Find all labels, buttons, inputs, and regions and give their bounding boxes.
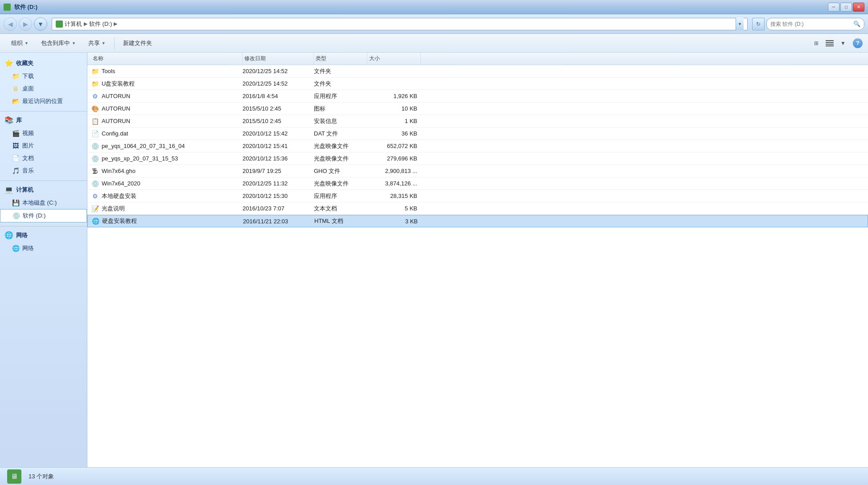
sidebar-item-music[interactable]: 🎵 音乐 [0, 164, 87, 177]
organize-button[interactable]: 组织 ▼ [5, 36, 34, 50]
file-icon: ⚙ [91, 192, 99, 200]
status-count: 13 个对象 [29, 473, 54, 481]
search-icon: 🔍 [853, 21, 860, 27]
table-row[interactable]: 💿 Win7x64_2020 2020/12/25 11:32 光盘映像文件 3… [87, 177, 868, 190]
maximize-button[interactable]: □ [840, 3, 852, 12]
file-name: AUTORUN [102, 105, 130, 112]
sidebar-item-ddrive[interactable]: 💿 软件 (D:) [0, 209, 87, 222]
sidebar-item-documents[interactable]: 📄 文档 [0, 152, 87, 164]
file-type: 光盘映像文件 [314, 142, 367, 150]
file-size: 2,900,813 ... [367, 168, 421, 174]
table-row[interactable]: 💿 pe_yqs_xp_20_07_31_15_53 2020/10/12 15… [87, 152, 868, 165]
desktop-icon: 🖥 [12, 85, 20, 93]
network-item-icon: 🌐 [12, 244, 20, 252]
file-type: 图标 [314, 105, 367, 113]
col-header-name[interactable]: 名称 [91, 53, 243, 65]
column-header: 名称 修改日期 类型 大小 [87, 53, 868, 65]
sidebar-item-network[interactable]: 🌐 网络 [0, 242, 87, 255]
file-icon: 🎨 [91, 105, 99, 113]
table-row[interactable]: ⚙ AUTORUN 2016/1/8 4:54 应用程序 1,926 KB [87, 90, 868, 103]
file-date: 2015/5/10 2:45 [243, 118, 314, 124]
table-row[interactable]: 🎨 AUTORUN 2015/5/10 2:45 图标 10 KB [87, 103, 868, 115]
file-type: 安装信息 [314, 117, 367, 125]
sidebar-sep2 [0, 181, 87, 181]
sidebar-header-computer: 💻 计算机 [0, 183, 87, 197]
file-type: 应用程序 [314, 92, 367, 100]
file-date: 2016/1/8 4:54 [243, 93, 314, 99]
share-dropdown-icon: ▼ [102, 41, 106, 45]
table-row[interactable]: 🌐 硬盘安装教程 2016/11/21 22:03 HTML 文档 3 KB [87, 215, 868, 227]
table-row[interactable]: 📝 光盘说明 2016/10/23 7:07 文本文档 5 KB [87, 202, 868, 215]
view-list-button[interactable] [823, 37, 836, 49]
search-input[interactable] [770, 21, 852, 27]
help-button[interactable]: ? [853, 38, 863, 48]
downloads-icon: 📁 [12, 72, 20, 80]
file-name: U盘安装教程 [102, 80, 135, 88]
minimize-button[interactable]: ─ [828, 3, 839, 12]
view-icon-button[interactable]: ⊞ [810, 37, 823, 49]
share-button[interactable]: 共享 ▼ [82, 36, 111, 50]
table-row[interactable]: 📁 Tools 2020/12/25 14:52 文件夹 [87, 65, 868, 78]
forward-button[interactable]: ▶ [19, 17, 32, 31]
file-date: 2020/10/12 15:30 [243, 193, 314, 199]
back-button[interactable]: ◀ [4, 17, 17, 31]
address-drive: 软件 (D:) [89, 20, 112, 28]
table-row[interactable]: ⚙ 本地硬盘安装 2020/10/12 15:30 应用程序 28,315 KB [87, 190, 868, 202]
address-bar-icon [56, 21, 63, 28]
app-icon [4, 4, 11, 11]
file-size: 28,315 KB [367, 193, 421, 199]
file-name: 本地硬盘安装 [102, 192, 136, 200]
dropdown-nav-button[interactable]: ▼ [34, 17, 47, 31]
table-row[interactable]: 💿 pe_yqs_1064_20_07_31_16_04 2020/10/12 … [87, 140, 868, 152]
table-row[interactable]: 📁 U盘安装教程 2020/12/25 14:52 文件夹 [87, 78, 868, 90]
table-row[interactable]: 📄 Config.dat 2020/10/12 15:42 DAT 文件 36 … [87, 127, 868, 140]
recent-icon: 📂 [12, 97, 20, 105]
toolbar-separator [114, 37, 115, 49]
address-sep1: ▶ [84, 21, 87, 27]
music-icon: 🎵 [12, 167, 20, 175]
close-button[interactable]: ✕ [853, 3, 864, 12]
navbar: ◀ ▶ ▼ 计算机 ▶ 软件 (D:) ▶ ▼ ↻ 🔍 [0, 14, 868, 34]
file-name: 硬盘安装教程 [102, 217, 137, 225]
file-size: 5 KB [367, 205, 421, 212]
col-header-size[interactable]: 大小 [367, 53, 421, 65]
file-size: 279,696 KB [367, 155, 421, 162]
sidebar-sep3 [0, 226, 87, 226]
file-icon: 💿 [91, 142, 99, 150]
sidebar-item-video[interactable]: 🎬 视频 [0, 127, 87, 140]
file-name: pe_yqs_1064_20_07_31_16_04 [102, 143, 185, 149]
sidebar-item-desktop[interactable]: 🖥 桌面 [0, 82, 87, 95]
file-list: 📁 Tools 2020/12/25 14:52 文件夹 📁 U盘安装教程 20… [87, 65, 868, 467]
sidebar-section-library: 📚 库 🎬 视频 🖼 图片 📄 文档 🎵 音乐 [0, 113, 87, 177]
sidebar-item-cdrive[interactable]: 💾 本地磁盘 (C:) [0, 197, 87, 209]
search-bar[interactable]: 🔍 [766, 18, 864, 30]
status-app-icon: 🖥 [7, 469, 21, 484]
sidebar-item-recent[interactable]: 📂 最近访问的位置 [0, 95, 87, 107]
file-icon: 📁 [91, 80, 99, 88]
file-type: 应用程序 [314, 192, 367, 200]
file-icon: 📄 [91, 130, 99, 138]
file-size: 3,874,126 ... [367, 180, 421, 187]
file-icon: 📋 [91, 117, 99, 125]
table-row[interactable]: 🗜 Win7x64.gho 2019/9/7 19:25 GHO 文件 2,90… [87, 165, 868, 177]
table-row[interactable]: 📋 AUTORUN 2015/5/10 2:45 安装信息 1 KB [87, 115, 868, 127]
svg-rect-3 [826, 45, 834, 46]
newfolder-button[interactable]: 新建文件夹 [117, 36, 158, 50]
view-dropdown-button[interactable]: ▼ [837, 37, 849, 49]
address-sep2: ▶ [114, 21, 117, 27]
file-icon: 🌐 [91, 217, 99, 225]
address-bar[interactable]: 计算机 ▶ 软件 (D:) ▶ ▼ [52, 18, 748, 30]
sidebar-item-pictures[interactable]: 🖼 图片 [0, 140, 87, 152]
file-type: HTML 文档 [314, 217, 368, 225]
sidebar-item-downloads[interactable]: 📁 下载 [0, 70, 87, 82]
library-button[interactable]: 包含到库中 ▼ [35, 36, 82, 50]
toolbar: 组织 ▼ 包含到库中 ▼ 共享 ▼ 新建文件夹 ⊞ ▼ ? [0, 34, 868, 53]
file-date: 2020/12/25 14:52 [243, 80, 314, 87]
library-icon: 📚 [4, 116, 13, 124]
col-header-type[interactable]: 类型 [314, 53, 367, 65]
titlebar-title: 软件 (D:) [14, 3, 37, 11]
sidebar-header-favorites: ⭐ 收藏夹 [0, 56, 87, 70]
refresh-button[interactable]: ↻ [752, 18, 765, 30]
address-dropdown-button[interactable]: ▼ [736, 18, 744, 30]
col-header-date[interactable]: 修改日期 [243, 53, 314, 65]
